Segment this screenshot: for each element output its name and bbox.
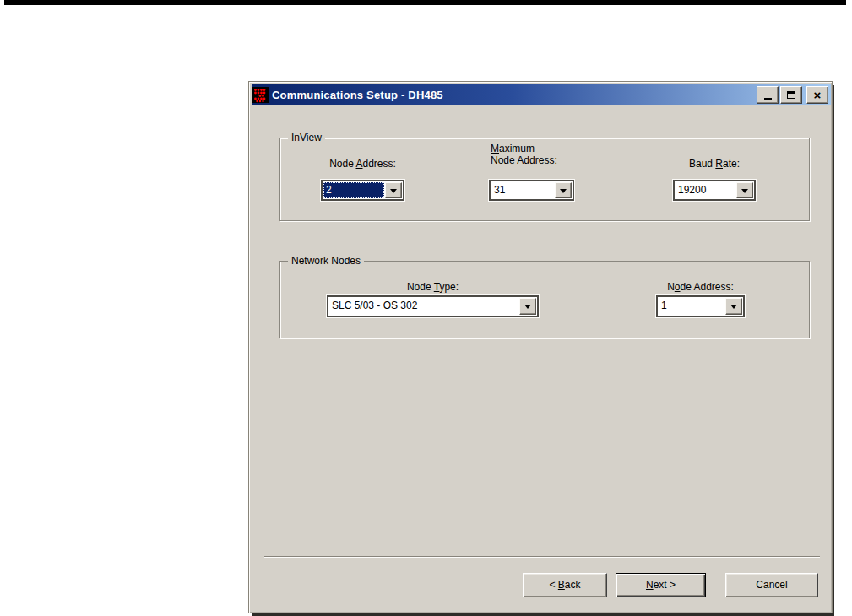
separator-line — [264, 556, 820, 558]
chevron-down-icon — [560, 189, 567, 197]
dropdown-arrow-button[interactable] — [519, 298, 536, 315]
app-icon — [252, 87, 269, 103]
network-nodes-group-label: Network Nodes — [288, 255, 364, 267]
maximum-node-address-label: MaximumNode Address: — [491, 143, 557, 166]
inview-node-address-combobox[interactable]: 2 — [320, 179, 405, 202]
next-button[interactable]: Next > — [616, 573, 706, 597]
inview-node-address-value[interactable]: 2 — [323, 182, 384, 198]
minimize-icon — [764, 98, 772, 100]
baud-rate-combobox[interactable]: 19200 — [672, 179, 757, 202]
page-top-rule — [4, 0, 846, 5]
node-type-combobox[interactable]: SLC 5/03 - OS 302 — [326, 294, 540, 318]
communications-setup-dialog: Communications Setup - DH485 × InView No… — [248, 81, 833, 613]
baud-rate-label: Baud Rate: — [672, 158, 757, 170]
inview-group-label: InView — [288, 132, 325, 143]
dropdown-arrow-button[interactable] — [555, 182, 572, 198]
node-type-value[interactable]: SLC 5/03 - OS 302 — [329, 298, 518, 315]
close-button[interactable]: × — [806, 86, 828, 104]
maximize-icon — [787, 91, 795, 99]
dialog-titlebar[interactable]: Communications Setup - DH485 × — [252, 84, 831, 105]
network-node-address-label: Node Address: — [655, 281, 746, 293]
maximum-node-address-value[interactable]: 31 — [491, 182, 554, 198]
dropdown-arrow-button[interactable] — [736, 182, 753, 198]
document-page: Communications Setup - DH485 × InView No… — [0, 0, 852, 616]
close-icon: × — [814, 88, 822, 102]
network-node-address-combobox[interactable]: 1 — [655, 294, 746, 318]
inview-node-address-label: Node Address: — [320, 158, 405, 170]
dropdown-arrow-button[interactable] — [385, 182, 402, 198]
chevron-down-icon — [390, 189, 397, 197]
maximum-node-address-combobox[interactable]: 31 — [488, 179, 575, 202]
chevron-down-icon — [730, 305, 737, 312]
baud-rate-value[interactable]: 19200 — [676, 182, 735, 198]
minimize-button[interactable] — [757, 86, 779, 104]
back-button[interactable]: < Back — [523, 573, 607, 597]
dropdown-arrow-button[interactable] — [725, 298, 742, 315]
maximize-button[interactable] — [780, 86, 802, 104]
cancel-button[interactable]: Cancel — [725, 573, 818, 597]
network-node-address-value[interactable]: 1 — [659, 298, 724, 315]
chevron-down-icon — [741, 189, 748, 197]
chevron-down-icon — [524, 305, 531, 312]
dialog-title: Communications Setup - DH485 — [272, 89, 755, 101]
node-type-label: Node Type: — [326, 281, 540, 293]
